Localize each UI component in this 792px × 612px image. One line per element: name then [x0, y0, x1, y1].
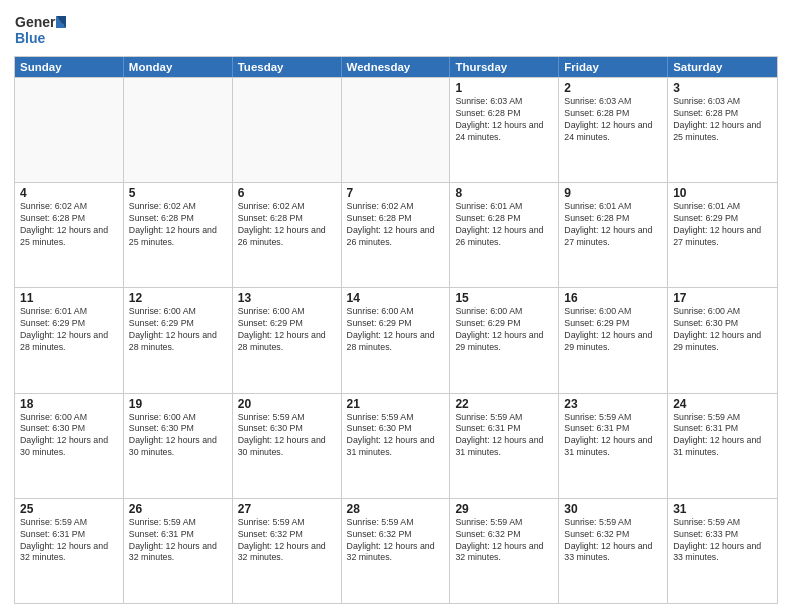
calendar-cell: 12Sunrise: 6:00 AM Sunset: 6:29 PM Dayli…: [124, 288, 233, 392]
day-detail: Sunrise: 6:00 AM Sunset: 6:29 PM Dayligh…: [129, 306, 227, 354]
calendar-cell: 18Sunrise: 6:00 AM Sunset: 6:30 PM Dayli…: [15, 394, 124, 498]
day-detail: Sunrise: 6:01 AM Sunset: 6:29 PM Dayligh…: [20, 306, 118, 354]
header-cell-wednesday: Wednesday: [342, 57, 451, 77]
header-cell-friday: Friday: [559, 57, 668, 77]
logo: GeneralBlue: [14, 10, 66, 50]
day-detail: Sunrise: 5:59 AM Sunset: 6:33 PM Dayligh…: [673, 517, 772, 565]
day-number: 6: [238, 186, 336, 200]
day-number: 4: [20, 186, 118, 200]
day-detail: Sunrise: 6:00 AM Sunset: 6:29 PM Dayligh…: [564, 306, 662, 354]
calendar-cell: 26Sunrise: 5:59 AM Sunset: 6:31 PM Dayli…: [124, 499, 233, 603]
day-number: 23: [564, 397, 662, 411]
week-row-2: 4Sunrise: 6:02 AM Sunset: 6:28 PM Daylig…: [15, 182, 777, 287]
calendar-cell: 1Sunrise: 6:03 AM Sunset: 6:28 PM Daylig…: [450, 78, 559, 182]
calendar-cell: 11Sunrise: 6:01 AM Sunset: 6:29 PM Dayli…: [15, 288, 124, 392]
day-detail: Sunrise: 6:03 AM Sunset: 6:28 PM Dayligh…: [455, 96, 553, 144]
day-number: 2: [564, 81, 662, 95]
day-detail: Sunrise: 6:00 AM Sunset: 6:29 PM Dayligh…: [347, 306, 445, 354]
day-number: 24: [673, 397, 772, 411]
day-number: 7: [347, 186, 445, 200]
week-row-4: 18Sunrise: 6:00 AM Sunset: 6:30 PM Dayli…: [15, 393, 777, 498]
day-detail: Sunrise: 6:00 AM Sunset: 6:30 PM Dayligh…: [20, 412, 118, 460]
calendar-cell: 7Sunrise: 6:02 AM Sunset: 6:28 PM Daylig…: [342, 183, 451, 287]
day-detail: Sunrise: 5:59 AM Sunset: 6:31 PM Dayligh…: [129, 517, 227, 565]
calendar-cell: 9Sunrise: 6:01 AM Sunset: 6:28 PM Daylig…: [559, 183, 668, 287]
calendar-cell: 4Sunrise: 6:02 AM Sunset: 6:28 PM Daylig…: [15, 183, 124, 287]
day-number: 19: [129, 397, 227, 411]
calendar-cell: [15, 78, 124, 182]
calendar: SundayMondayTuesdayWednesdayThursdayFrid…: [14, 56, 778, 604]
day-detail: Sunrise: 5:59 AM Sunset: 6:32 PM Dayligh…: [455, 517, 553, 565]
calendar-cell: [124, 78, 233, 182]
day-number: 3: [673, 81, 772, 95]
day-number: 5: [129, 186, 227, 200]
calendar-cell: 6Sunrise: 6:02 AM Sunset: 6:28 PM Daylig…: [233, 183, 342, 287]
calendar-cell: 22Sunrise: 5:59 AM Sunset: 6:31 PM Dayli…: [450, 394, 559, 498]
day-number: 18: [20, 397, 118, 411]
day-number: 12: [129, 291, 227, 305]
logo-svg: GeneralBlue: [14, 10, 66, 50]
week-row-3: 11Sunrise: 6:01 AM Sunset: 6:29 PM Dayli…: [15, 287, 777, 392]
day-detail: Sunrise: 5:59 AM Sunset: 6:30 PM Dayligh…: [238, 412, 336, 460]
day-number: 22: [455, 397, 553, 411]
day-number: 28: [347, 502, 445, 516]
day-detail: Sunrise: 6:03 AM Sunset: 6:28 PM Dayligh…: [673, 96, 772, 144]
calendar-body: 1Sunrise: 6:03 AM Sunset: 6:28 PM Daylig…: [15, 77, 777, 603]
calendar-cell: 10Sunrise: 6:01 AM Sunset: 6:29 PM Dayli…: [668, 183, 777, 287]
day-detail: Sunrise: 5:59 AM Sunset: 6:32 PM Dayligh…: [564, 517, 662, 565]
day-detail: Sunrise: 6:01 AM Sunset: 6:28 PM Dayligh…: [455, 201, 553, 249]
day-number: 13: [238, 291, 336, 305]
day-number: 29: [455, 502, 553, 516]
header-cell-sunday: Sunday: [15, 57, 124, 77]
day-number: 15: [455, 291, 553, 305]
day-number: 25: [20, 502, 118, 516]
day-detail: Sunrise: 6:02 AM Sunset: 6:28 PM Dayligh…: [129, 201, 227, 249]
calendar-cell: [233, 78, 342, 182]
day-number: 10: [673, 186, 772, 200]
header-cell-thursday: Thursday: [450, 57, 559, 77]
day-number: 14: [347, 291, 445, 305]
day-detail: Sunrise: 6:00 AM Sunset: 6:30 PM Dayligh…: [673, 306, 772, 354]
day-detail: Sunrise: 5:59 AM Sunset: 6:31 PM Dayligh…: [20, 517, 118, 565]
calendar-cell: 5Sunrise: 6:02 AM Sunset: 6:28 PM Daylig…: [124, 183, 233, 287]
day-detail: Sunrise: 6:00 AM Sunset: 6:29 PM Dayligh…: [455, 306, 553, 354]
calendar-cell: 13Sunrise: 6:00 AM Sunset: 6:29 PM Dayli…: [233, 288, 342, 392]
day-number: 26: [129, 502, 227, 516]
calendar-cell: 20Sunrise: 5:59 AM Sunset: 6:30 PM Dayli…: [233, 394, 342, 498]
day-detail: Sunrise: 6:02 AM Sunset: 6:28 PM Dayligh…: [238, 201, 336, 249]
day-number: 1: [455, 81, 553, 95]
day-detail: Sunrise: 5:59 AM Sunset: 6:32 PM Dayligh…: [347, 517, 445, 565]
calendar-cell: 15Sunrise: 6:00 AM Sunset: 6:29 PM Dayli…: [450, 288, 559, 392]
day-number: 27: [238, 502, 336, 516]
day-detail: Sunrise: 6:02 AM Sunset: 6:28 PM Dayligh…: [20, 201, 118, 249]
calendar-cell: 16Sunrise: 6:00 AM Sunset: 6:29 PM Dayli…: [559, 288, 668, 392]
day-detail: Sunrise: 6:03 AM Sunset: 6:28 PM Dayligh…: [564, 96, 662, 144]
calendar-cell: 23Sunrise: 5:59 AM Sunset: 6:31 PM Dayli…: [559, 394, 668, 498]
day-number: 9: [564, 186, 662, 200]
week-row-1: 1Sunrise: 6:03 AM Sunset: 6:28 PM Daylig…: [15, 77, 777, 182]
calendar-cell: 17Sunrise: 6:00 AM Sunset: 6:30 PM Dayli…: [668, 288, 777, 392]
day-detail: Sunrise: 6:00 AM Sunset: 6:30 PM Dayligh…: [129, 412, 227, 460]
day-detail: Sunrise: 5:59 AM Sunset: 6:31 PM Dayligh…: [455, 412, 553, 460]
calendar-cell: 25Sunrise: 5:59 AM Sunset: 6:31 PM Dayli…: [15, 499, 124, 603]
calendar-cell: 2Sunrise: 6:03 AM Sunset: 6:28 PM Daylig…: [559, 78, 668, 182]
header: GeneralBlue: [14, 10, 778, 50]
calendar-cell: 8Sunrise: 6:01 AM Sunset: 6:28 PM Daylig…: [450, 183, 559, 287]
day-number: 11: [20, 291, 118, 305]
calendar-cell: 28Sunrise: 5:59 AM Sunset: 6:32 PM Dayli…: [342, 499, 451, 603]
calendar-cell: 19Sunrise: 6:00 AM Sunset: 6:30 PM Dayli…: [124, 394, 233, 498]
day-detail: Sunrise: 5:59 AM Sunset: 6:30 PM Dayligh…: [347, 412, 445, 460]
day-detail: Sunrise: 6:02 AM Sunset: 6:28 PM Dayligh…: [347, 201, 445, 249]
svg-text:Blue: Blue: [15, 30, 46, 46]
day-number: 21: [347, 397, 445, 411]
calendar-cell: [342, 78, 451, 182]
day-number: 17: [673, 291, 772, 305]
calendar-cell: 31Sunrise: 5:59 AM Sunset: 6:33 PM Dayli…: [668, 499, 777, 603]
day-detail: Sunrise: 5:59 AM Sunset: 6:32 PM Dayligh…: [238, 517, 336, 565]
day-detail: Sunrise: 5:59 AM Sunset: 6:31 PM Dayligh…: [673, 412, 772, 460]
calendar-cell: 3Sunrise: 6:03 AM Sunset: 6:28 PM Daylig…: [668, 78, 777, 182]
calendar-cell: 29Sunrise: 5:59 AM Sunset: 6:32 PM Dayli…: [450, 499, 559, 603]
calendar-cell: 14Sunrise: 6:00 AM Sunset: 6:29 PM Dayli…: [342, 288, 451, 392]
day-number: 20: [238, 397, 336, 411]
header-cell-saturday: Saturday: [668, 57, 777, 77]
